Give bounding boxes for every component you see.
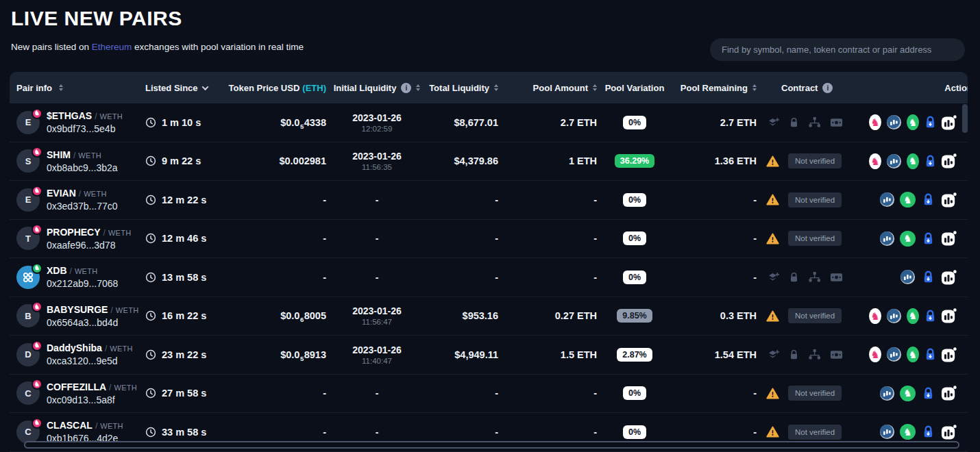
blue-lock-icon[interactable] <box>924 153 936 169</box>
blue-lock-icon[interactable] <box>920 386 936 401</box>
pair-address[interactable]: 0xca3120...9e5d <box>47 355 133 366</box>
pair-address[interactable]: 0x6564a3...bd4d <box>47 317 138 328</box>
warning-icon[interactable] <box>766 388 779 399</box>
uniswap-trade-icon[interactable]: ♞ <box>869 308 881 324</box>
green-unicorn-icon[interactable]: ♞ <box>900 424 916 440</box>
pair-symbol[interactable]: COFFEZILLA <box>47 381 106 392</box>
warning-icon[interactable] <box>766 426 779 438</box>
green-unicorn-icon[interactable]: ♞ <box>900 231 916 247</box>
pair-info-cell[interactable]: B♞ BABYSURGE / WETH 0x6564a3...bd4d <box>10 304 145 328</box>
chart-icon[interactable] <box>941 308 957 324</box>
pair-address[interactable]: 0xc09d13...5a8f <box>47 394 137 405</box>
warning-icon[interactable] <box>766 310 779 322</box>
header-listed-since[interactable]: Listed Since <box>145 83 233 93</box>
pair-symbol[interactable]: CLASCAL <box>47 420 93 431</box>
pair-info-cell[interactable]: C♞ CLASCAL / WETH 0xb1b676...4d2e <box>10 420 145 444</box>
pair-symbol[interactable]: DaddyShiba <box>47 342 102 353</box>
sort-icon[interactable] <box>752 84 757 91</box>
pair-info-cell[interactable]: C♞ COFFEZILLA / WETH 0xc09d13...5a8f <box>10 381 145 405</box>
pair-info-cell[interactable]: ♞ XDB / WETH 0x212ab9...7068 <box>10 265 145 289</box>
pair-address[interactable]: 0x9bdf73...5e4b <box>47 123 123 134</box>
info-icon[interactable] <box>401 83 411 93</box>
network-icon[interactable] <box>808 116 821 128</box>
chart-icon[interactable] <box>941 192 957 208</box>
lock-icon[interactable] <box>789 349 799 361</box>
pair-symbol[interactable]: EVIAN <box>47 188 76 199</box>
header-pool-amount[interactable]: Pool Amount <box>515 83 615 93</box>
blue-lock-icon[interactable] <box>920 424 936 440</box>
chart-icon[interactable] <box>941 347 957 362</box>
pair-symbol[interactable]: $ETHGAS <box>47 110 92 121</box>
sort-icon[interactable] <box>494 84 498 91</box>
pair-info-cell[interactable]: D♞ DaddyShiba / WETH 0xca3120...9e5d <box>10 342 145 366</box>
green-unicorn-icon[interactable]: ♞ <box>907 347 919 362</box>
warning-icon[interactable] <box>766 155 779 167</box>
green-unicorn-icon[interactable]: ♞ <box>907 153 919 169</box>
header-pool-remaining[interactable]: Pool Remaining <box>684 83 759 93</box>
banknote-icon[interactable] <box>830 350 843 360</box>
pair-info-cell[interactable]: E♞ $ETHGAS / WETH 0x9bdf73...5e4b <box>10 110 145 134</box>
etherscan-icon[interactable] <box>900 269 916 285</box>
ethereum-link[interactable]: Ethereum <box>92 42 132 52</box>
chart-icon[interactable] <box>941 386 957 401</box>
etherscan-icon[interactable] <box>886 347 902 362</box>
pair-info-cell[interactable]: T♞ PROPHECY / WETH 0xaafe96...3d78 <box>10 227 145 251</box>
uniswap-trade-icon[interactable]: ♞ <box>869 114 881 130</box>
sort-icon[interactable] <box>59 84 63 91</box>
green-unicorn-icon[interactable]: ♞ <box>900 192 916 208</box>
lock-icon[interactable] <box>789 116 799 129</box>
sort-icon[interactable] <box>593 84 597 91</box>
pair-address[interactable]: 0x3ed37b...77c0 <box>47 201 118 212</box>
banknote-icon[interactable] <box>830 273 843 282</box>
pair-symbol[interactable]: SHIM <box>47 149 71 160</box>
green-unicorn-icon[interactable]: ♞ <box>900 386 916 401</box>
etherscan-icon[interactable] <box>886 114 902 130</box>
pair-address[interactable]: 0x212ab9...7068 <box>47 278 118 289</box>
pair-symbol[interactable]: PROPHECY <box>47 227 101 238</box>
pair-symbol[interactable]: XDB <box>47 265 67 276</box>
etherscan-icon[interactable] <box>879 386 895 401</box>
network-icon[interactable] <box>808 271 821 283</box>
blue-lock-icon[interactable] <box>920 231 936 247</box>
sort-icon[interactable] <box>416 84 420 91</box>
etherscan-icon[interactable] <box>886 308 902 324</box>
blue-lock-icon[interactable] <box>920 192 936 208</box>
search-input[interactable] <box>710 38 965 61</box>
etherscan-icon[interactable] <box>886 153 902 169</box>
uniswap-trade-icon[interactable]: ♞ <box>869 347 881 362</box>
pair-info-cell[interactable]: S♞ SHIM / WETH 0xb8abc9...3b2a <box>10 149 145 173</box>
pair-info-cell[interactable]: E♞ EVIAN / WETH 0x3ed37b...77c0 <box>10 188 145 212</box>
info-icon[interactable] <box>822 83 833 93</box>
pair-symbol[interactable]: BABYSURGE <box>47 304 108 315</box>
etherscan-icon[interactable] <box>879 192 895 208</box>
header-initial-liquidity[interactable]: Initial Liquidity <box>333 83 433 93</box>
banknote-icon[interactable] <box>830 118 843 127</box>
chart-icon[interactable] <box>941 269 957 285</box>
horizontal-scrollbar[interactable] <box>24 441 959 449</box>
chart-icon[interactable] <box>941 114 957 130</box>
chart-icon[interactable] <box>941 424 957 440</box>
blue-lock-icon[interactable] <box>924 114 936 130</box>
green-unicorn-icon[interactable]: ♞ <box>907 308 919 324</box>
chart-icon[interactable] <box>941 153 957 169</box>
lock-icon[interactable] <box>789 271 799 284</box>
vertical-scrollbar[interactable] <box>962 104 968 133</box>
uniswap-trade-icon[interactable]: ♞ <box>869 153 881 169</box>
etherscan-icon[interactable] <box>879 231 895 247</box>
warning-icon[interactable] <box>766 194 779 205</box>
warning-icon[interactable] <box>766 233 779 244</box>
etherscan-icon[interactable] <box>879 424 895 440</box>
network-icon[interactable] <box>808 349 821 360</box>
pair-address[interactable]: 0xaafe96...3d78 <box>47 240 132 251</box>
mint-layers-icon[interactable] <box>766 271 780 284</box>
blue-lock-icon[interactable] <box>924 347 936 362</box>
mint-layers-icon[interactable] <box>766 116 780 129</box>
mint-layers-icon[interactable] <box>766 348 780 362</box>
green-unicorn-icon[interactable]: ♞ <box>907 114 919 130</box>
header-total-liquidity[interactable]: Total Liquidity <box>433 83 515 93</box>
header-pair-info[interactable]: Pair info <box>10 83 145 93</box>
header-token-price[interactable]: Token Price USD (ETH) <box>233 83 333 93</box>
blue-lock-icon[interactable] <box>920 269 936 285</box>
chart-icon[interactable] <box>941 231 957 247</box>
pair-address[interactable]: 0xb8abc9...3b2a <box>47 162 118 173</box>
